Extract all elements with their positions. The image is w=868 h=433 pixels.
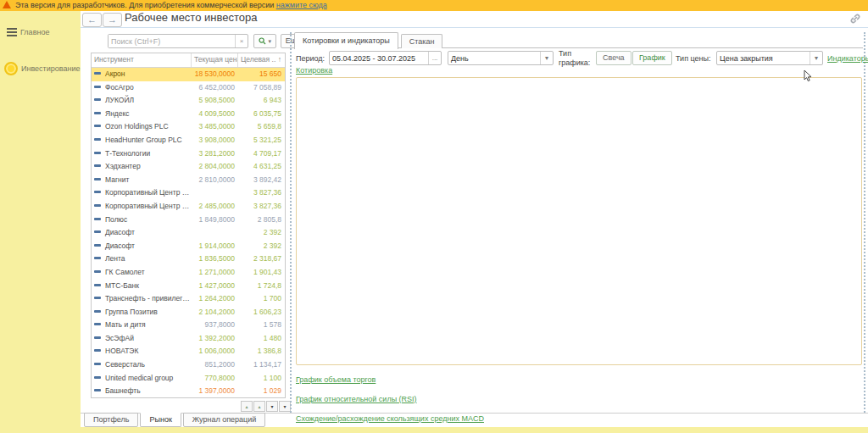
sidebar-item-main[interactable]: Главное	[0, 24, 81, 41]
period-field[interactable]: 05.04.2025 - 30.07.2025 ...	[329, 51, 442, 65]
table-row[interactable]: Лента1 836,50002 318,67	[92, 253, 285, 266]
instrument-icon	[94, 178, 101, 180]
tab-market[interactable]: Рынок	[140, 413, 181, 427]
current-price: 4 009,5000	[192, 108, 238, 121]
column-instrument[interactable]: Инструмент	[92, 53, 192, 67]
price-type-select[interactable]: Цена закрытия ▾	[716, 51, 823, 65]
table-row[interactable]: HeadHunter Group PLC3 908,00005 321,25	[92, 134, 285, 147]
interval-select[interactable]: День ▾	[448, 51, 554, 65]
scroll-top-button[interactable]: ▴	[241, 401, 253, 412]
table-row[interactable]: ГК Самолет1 271,00001 901,43	[92, 266, 285, 280]
table-row[interactable]: Корпоративный Центр Икс 53 827,36	[92, 186, 285, 200]
target-price: 1 578	[238, 319, 285, 332]
instrument-table-body: Акрон18 530,000015 650ФосАгро6 452,00007…	[92, 68, 285, 398]
table-row[interactable]: Северсталь851,20001 134,17	[92, 358, 285, 372]
instrument-name: HeadHunter Group PLC	[92, 134, 192, 147]
table-row[interactable]: Т-Технологии3 281,20004 709,17	[92, 147, 285, 161]
chevron-down-icon[interactable]: ▾	[810, 52, 822, 64]
indicator-links: График объема торгов График относительно…	[296, 370, 484, 429]
table-header: Инструмент Текущая цена Целевая .. ↑	[92, 53, 285, 68]
table-row[interactable]: Группа Позитив2 104,20001 606,23	[92, 306, 285, 319]
search-input[interactable]	[108, 35, 235, 47]
period-choose-button[interactable]: ...	[428, 52, 441, 64]
volume-chart-link[interactable]: График объема торгов	[296, 375, 376, 384]
quote-link[interactable]: Котировка	[296, 66, 332, 75]
current-price: 937,8000	[192, 319, 238, 332]
instrument-icon	[94, 204, 101, 207]
tab-order-book[interactable]: Стакан	[401, 34, 443, 48]
chevron-down-icon[interactable]: ▾	[540, 52, 553, 64]
price-type-label: Тип цены:	[676, 54, 711, 64]
target-price: 1 134,17	[238, 358, 285, 372]
instrument-icon	[94, 112, 101, 114]
current-price: 2 804,0000	[192, 160, 238, 174]
get-link-icon[interactable]	[849, 13, 861, 25]
column-target-price[interactable]: Целевая .. ↑	[238, 53, 285, 67]
tab-quotes-indicators[interactable]: Котировки и индикаторы	[294, 32, 398, 49]
target-price: 4 709,17	[238, 147, 285, 161]
target-price: 2 392	[238, 226, 285, 240]
forward-button[interactable]: →	[103, 13, 122, 27]
search-options-button[interactable]: ▾	[253, 34, 276, 48]
table-row[interactable]: ЭсЭфАй1 392,20001 480	[92, 332, 285, 346]
indicators-link[interactable]: Индикаторы(3)	[827, 54, 868, 63]
instrument-name: ЛУКОЙЛ	[92, 94, 192, 108]
instrument-name: Акрон	[92, 68, 192, 81]
table-row[interactable]: Акрон18 530,000015 650	[92, 68, 285, 81]
instrument-icon	[94, 284, 101, 286]
table-row[interactable]: United medical group770,80001 100	[92, 372, 285, 386]
buy-license-link[interactable]: нажмите сюда	[276, 1, 327, 9]
table-row[interactable]: НОВАТЭК1 006,00001 386,8	[92, 345, 285, 358]
table-row[interactable]: Ozon Holdings PLC3 485,00005 659,8	[92, 120, 285, 134]
table-row[interactable]: Яндекс4 009,50006 035,75	[92, 108, 285, 121]
instrument-name: Группа Позитив	[92, 306, 192, 319]
tab-operations-journal[interactable]: Журнал операций	[183, 413, 265, 427]
table-row[interactable]: Диасофт1 914,00002 392	[92, 240, 285, 253]
column-current-price[interactable]: Текущая цена	[192, 53, 238, 67]
hamburger-icon[interactable]	[7, 26, 17, 38]
target-price: 2 318,67	[238, 253, 285, 266]
panel-splitter[interactable]	[290, 32, 292, 413]
current-price: 1 836,5000	[192, 253, 238, 266]
table-row[interactable]: Магнит2 810,00003 892,42	[92, 174, 285, 187]
macd-chart-link[interactable]: Схождение/расхождение скользящих средних…	[296, 414, 484, 423]
table-row[interactable]: ЛУКОЙЛ5 908,50006 943	[92, 94, 285, 108]
search-clear-icon[interactable]: ×	[235, 35, 248, 47]
current-price: 18 530,0000	[192, 68, 238, 81]
instrument-icon	[94, 86, 101, 88]
table-row[interactable]: Полюс1 849,80002 805,8	[92, 214, 285, 227]
current-price: 1 271,0000	[192, 266, 238, 280]
instrument-icon	[94, 336, 101, 339]
target-price: 7 058,89	[238, 81, 285, 95]
line-chart-button[interactable]: График	[632, 51, 672, 65]
section-circle-icon	[4, 62, 18, 75]
scroll-bottom-button[interactable]: ▾	[279, 401, 291, 412]
back-button[interactable]: ←	[82, 13, 102, 27]
table-row[interactable]: Башнефть1 397,00001 029	[92, 385, 285, 398]
rsi-chart-link[interactable]: График относительной силы (RSI)	[296, 395, 417, 403]
table-row[interactable]: Корпоративный Центр Икс 52 485,00003 827…	[92, 200, 285, 214]
instrument-name: Полюс	[92, 214, 192, 227]
table-row[interactable]: Хэдхантер2 804,00004 631,25	[92, 160, 285, 174]
right-splitter[interactable]	[864, 32, 865, 413]
tab-portfolio[interactable]: Портфель	[84, 413, 138, 427]
current-price: 770,8000	[192, 372, 238, 386]
scroll-down-button[interactable]: ▾	[266, 401, 278, 412]
scroll-up-button[interactable]: ▴	[253, 401, 265, 412]
table-pager: ▴ ▴ ▾ ▾	[240, 401, 291, 412]
search-box: ×	[108, 34, 248, 48]
table-row[interactable]: Транснефть - привилегиро...1 264,20001 7…	[92, 292, 285, 306]
instrument-icon	[94, 138, 101, 141]
instrument-name: Корпоративный Центр Икс 5	[92, 200, 192, 214]
target-price: 3 827,36	[238, 200, 285, 214]
instrument-icon	[94, 363, 101, 365]
table-row[interactable]: ФосАгро6 452,00007 058,89	[92, 81, 285, 95]
candle-chart-button[interactable]: Свеча	[596, 51, 632, 65]
search-icon	[259, 37, 266, 45]
current-price: 2 810,0000	[192, 174, 238, 187]
sidebar-item-investing[interactable]: Инвестирование	[0, 60, 81, 77]
quote-chart-area[interactable]	[296, 77, 862, 365]
table-row[interactable]: Диасофт2 392	[92, 226, 285, 240]
table-row[interactable]: МТС-Банк1 427,00001 724,8	[92, 280, 285, 293]
table-row[interactable]: Мать и дитя937,80001 578	[92, 319, 285, 332]
